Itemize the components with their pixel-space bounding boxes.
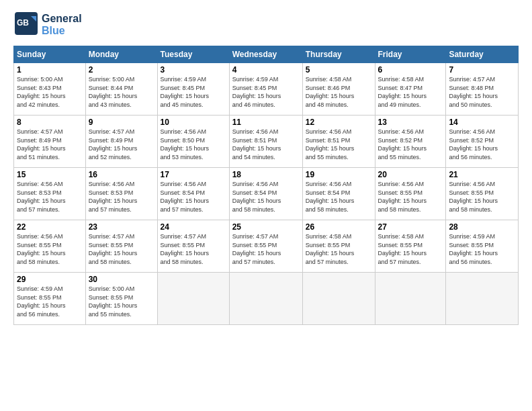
calendar-day-cell: 8Sunrise: 4:57 AMSunset: 8:49 PMDaylight…: [14, 116, 86, 168]
day-number: 3: [161, 65, 226, 75]
day-detail: Sunrise: 4:56 AMSunset: 8:55 PMDaylight:…: [449, 180, 515, 214]
calendar-day-cell: 7Sunrise: 4:57 AMSunset: 8:48 PMDaylight…: [446, 63, 519, 116]
calendar-day-cell: 16Sunrise: 4:56 AMSunset: 8:53 PMDayligh…: [85, 168, 157, 220]
day-detail: Sunrise: 5:00 AMSunset: 8:44 PMDaylight:…: [89, 75, 154, 109]
day-number: 28: [449, 222, 515, 232]
day-detail: Sunrise: 4:57 AMSunset: 8:48 PMDaylight:…: [449, 75, 515, 109]
day-number: 10: [161, 118, 226, 127]
calendar-day-cell: 9Sunrise: 4:57 AMSunset: 8:49 PMDaylight…: [85, 116, 157, 168]
calendar-day-cell: 17Sunrise: 4:56 AMSunset: 8:54 PMDayligh…: [157, 168, 229, 220]
day-detail: Sunrise: 4:57 AMSunset: 8:55 PMDaylight:…: [232, 232, 300, 266]
logo: GB General Blue: [13, 11, 82, 39]
day-number: 4: [232, 65, 300, 75]
day-number: 29: [17, 275, 83, 284]
calendar-day-cell: 6Sunrise: 4:58 AMSunset: 8:47 PMDaylight…: [375, 63, 446, 116]
calendar-day-cell: 26Sunrise: 4:58 AMSunset: 8:55 PMDayligh…: [302, 220, 375, 273]
calendar-header-cell: Sunday: [14, 46, 86, 63]
calendar-body: 1Sunrise: 5:00 AMSunset: 8:43 PMDaylight…: [14, 63, 519, 325]
day-number: 5: [306, 65, 372, 75]
day-detail: Sunrise: 4:56 AMSunset: 8:54 PMDaylight:…: [232, 180, 300, 214]
day-detail: Sunrise: 4:56 AMSunset: 8:55 PMDaylight:…: [378, 180, 443, 214]
calendar-day-cell: 3Sunrise: 4:59 AMSunset: 8:45 PMDaylight…: [157, 63, 229, 116]
calendar-week-row: 1Sunrise: 5:00 AMSunset: 8:43 PMDaylight…: [14, 63, 519, 116]
calendar-day-cell: 4Sunrise: 4:59 AMSunset: 8:45 PMDaylight…: [229, 63, 302, 116]
calendar-day-cell: 24Sunrise: 4:57 AMSunset: 8:55 PMDayligh…: [157, 220, 229, 273]
calendar-header-cell: Saturday: [446, 46, 519, 63]
day-detail: Sunrise: 4:58 AMSunset: 8:47 PMDaylight:…: [378, 75, 443, 109]
day-detail: Sunrise: 4:58 AMSunset: 8:55 PMDaylight:…: [306, 232, 372, 266]
day-number: 27: [378, 222, 443, 232]
calendar-week-row: 8Sunrise: 4:57 AMSunset: 8:49 PMDaylight…: [14, 116, 519, 168]
day-detail: Sunrise: 4:56 AMSunset: 8:50 PMDaylight:…: [161, 128, 226, 161]
day-detail: Sunrise: 4:56 AMSunset: 8:53 PMDaylight:…: [17, 180, 83, 214]
calendar-table: SundayMondayTuesdayWednesdayThursdayFrid…: [13, 46, 519, 325]
day-number: 25: [232, 222, 300, 232]
day-detail: Sunrise: 5:00 AMSunset: 8:55 PMDaylight:…: [89, 285, 154, 318]
logo-icon: GB: [13, 11, 39, 36]
day-detail: Sunrise: 5:00 AMSunset: 8:43 PMDaylight:…: [17, 75, 83, 109]
day-number: 30: [89, 275, 154, 284]
calendar-header-cell: Thursday: [302, 46, 375, 63]
day-detail: Sunrise: 4:56 AMSunset: 8:55 PMDaylight:…: [17, 232, 83, 266]
calendar-day-cell: 18Sunrise: 4:56 AMSunset: 8:54 PMDayligh…: [229, 168, 302, 220]
day-detail: Sunrise: 4:56 AMSunset: 8:51 PMDaylight:…: [232, 128, 300, 161]
calendar-day-cell: 14Sunrise: 4:56 AMSunset: 8:52 PMDayligh…: [446, 116, 519, 168]
calendar-day-cell: 25Sunrise: 4:57 AMSunset: 8:55 PMDayligh…: [229, 220, 302, 273]
day-detail: Sunrise: 4:57 AMSunset: 8:55 PMDaylight:…: [89, 232, 154, 266]
calendar-day-cell: 12Sunrise: 4:56 AMSunset: 8:51 PMDayligh…: [302, 116, 375, 168]
calendar-day-cell: [157, 273, 229, 325]
day-detail: Sunrise: 4:56 AMSunset: 8:53 PMDaylight:…: [89, 180, 154, 214]
calendar-week-row: 29Sunrise: 4:59 AMSunset: 8:55 PMDayligh…: [14, 273, 519, 325]
page: GB General Blue SundayMondayTuesdayWedne…: [0, 0, 532, 411]
day-number: 21: [449, 170, 515, 179]
day-number: 11: [232, 118, 300, 127]
calendar-day-cell: [446, 273, 519, 325]
day-number: 16: [89, 170, 154, 179]
calendar-header-row: SundayMondayTuesdayWednesdayThursdayFrid…: [14, 46, 519, 63]
calendar-week-row: 15Sunrise: 4:56 AMSunset: 8:53 PMDayligh…: [14, 168, 519, 220]
calendar-day-cell: 13Sunrise: 4:56 AMSunset: 8:52 PMDayligh…: [375, 116, 446, 168]
svg-text:GB: GB: [17, 18, 29, 28]
day-number: 24: [161, 222, 226, 232]
logo-text-line2: Blue: [42, 25, 82, 37]
day-number: 7: [449, 65, 515, 75]
calendar-day-cell: 5Sunrise: 4:58 AMSunset: 8:46 PMDaylight…: [302, 63, 375, 116]
day-number: 17: [161, 170, 226, 179]
calendar-header-cell: Wednesday: [229, 46, 302, 63]
calendar-day-cell: 11Sunrise: 4:56 AMSunset: 8:51 PMDayligh…: [229, 116, 302, 168]
calendar-header-cell: Friday: [375, 46, 446, 63]
day-number: 18: [232, 170, 300, 179]
day-detail: Sunrise: 4:59 AMSunset: 8:55 PMDaylight:…: [17, 285, 83, 318]
day-detail: Sunrise: 4:59 AMSunset: 8:55 PMDaylight:…: [449, 232, 515, 266]
calendar-day-cell: 21Sunrise: 4:56 AMSunset: 8:55 PMDayligh…: [446, 168, 519, 220]
calendar-day-cell: 28Sunrise: 4:59 AMSunset: 8:55 PMDayligh…: [446, 220, 519, 273]
day-detail: Sunrise: 4:58 AMSunset: 8:46 PMDaylight:…: [306, 75, 372, 109]
day-detail: Sunrise: 4:56 AMSunset: 8:54 PMDaylight:…: [161, 180, 226, 214]
day-detail: Sunrise: 4:57 AMSunset: 8:55 PMDaylight:…: [161, 232, 226, 266]
day-detail: Sunrise: 4:57 AMSunset: 8:49 PMDaylight:…: [17, 128, 83, 161]
calendar-day-cell: 29Sunrise: 4:59 AMSunset: 8:55 PMDayligh…: [14, 273, 86, 325]
day-number: 8: [17, 118, 83, 127]
day-detail: Sunrise: 4:59 AMSunset: 8:45 PMDaylight:…: [232, 75, 300, 109]
day-number: 14: [449, 118, 515, 127]
calendar-day-cell: 23Sunrise: 4:57 AMSunset: 8:55 PMDayligh…: [85, 220, 157, 273]
day-detail: Sunrise: 4:57 AMSunset: 8:49 PMDaylight:…: [89, 128, 154, 161]
calendar-header-cell: Tuesday: [157, 46, 229, 63]
day-number: 1: [17, 65, 83, 75]
calendar-day-cell: 20Sunrise: 4:56 AMSunset: 8:55 PMDayligh…: [375, 168, 446, 220]
day-number: 6: [378, 65, 443, 75]
calendar-week-row: 22Sunrise: 4:56 AMSunset: 8:55 PMDayligh…: [14, 220, 519, 273]
day-number: 13: [378, 118, 443, 127]
calendar-day-cell: 10Sunrise: 4:56 AMSunset: 8:50 PMDayligh…: [157, 116, 229, 168]
calendar-day-cell: 15Sunrise: 4:56 AMSunset: 8:53 PMDayligh…: [14, 168, 86, 220]
calendar-day-cell: 22Sunrise: 4:56 AMSunset: 8:55 PMDayligh…: [14, 220, 86, 273]
day-detail: Sunrise: 4:59 AMSunset: 8:45 PMDaylight:…: [161, 75, 226, 109]
day-number: 12: [306, 118, 372, 127]
day-detail: Sunrise: 4:56 AMSunset: 8:51 PMDaylight:…: [306, 128, 372, 161]
day-number: 20: [378, 170, 443, 179]
logo-text-line1: General: [42, 13, 82, 25]
calendar-day-cell: 2Sunrise: 5:00 AMSunset: 8:44 PMDaylight…: [85, 63, 157, 116]
day-number: 19: [306, 170, 372, 179]
day-number: 2: [89, 65, 154, 75]
calendar-day-cell: [302, 273, 375, 325]
